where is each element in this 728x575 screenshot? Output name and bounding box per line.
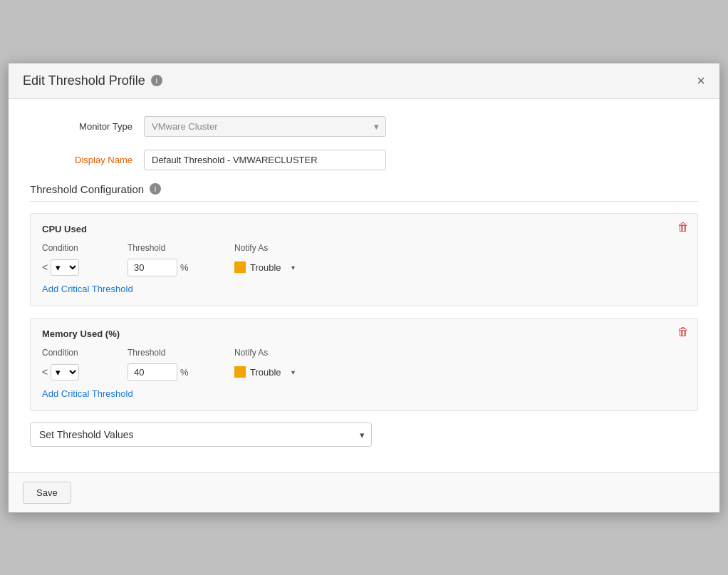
memory-notify-select-wrapper: Trouble ▾ <box>234 366 363 378</box>
memory-delete-button[interactable]: 🗑 <box>677 326 689 338</box>
cpu-notify-select-wrapper: Trouble ▾ <box>234 261 363 273</box>
cpu-condition-select[interactable]: ▾ <box>51 259 79 276</box>
memory-card-title: Memory Used (%) <box>42 328 686 339</box>
cpu-notify-select[interactable]: Trouble <box>250 262 291 273</box>
cpu-used-card: 🗑 CPU Used Condition Threshold Notify As… <box>30 213 698 306</box>
display-name-control <box>144 150 386 170</box>
monitor-type-select-wrapper: VMware Cluster ▾ <box>144 116 386 137</box>
save-button[interactable]: Save <box>23 482 71 504</box>
threshold-config-info-icon[interactable]: i <box>150 183 161 195</box>
memory-notify-select[interactable]: Trouble <box>250 367 291 378</box>
monitor-type-control: VMware Cluster ▾ <box>144 116 386 137</box>
cpu-notify-chevron-icon: ▾ <box>291 264 295 271</box>
dialog-footer: Save <box>9 472 719 512</box>
memory-delete-icon: 🗑 <box>677 326 689 338</box>
cpu-table-header: Condition Threshold Notify As <box>42 243 686 253</box>
cpu-notify-wrapper: Trouble ▾ <box>250 262 295 273</box>
cpu-threshold-input-wrapper: % <box>128 259 227 276</box>
threshold-config-section-title: Threshold Configuration i <box>30 183 698 195</box>
memory-add-critical-button[interactable]: Add Critical Threshold <box>42 388 133 399</box>
memory-notify-header: Notify As <box>234 348 363 358</box>
cpu-threshold-header: Threshold <box>128 243 227 253</box>
dialog-header: Edit Threshold Profile i × <box>9 63 719 99</box>
memory-unit: % <box>180 367 189 378</box>
monitor-type-select[interactable]: VMware Cluster <box>144 116 386 137</box>
cpu-delete-button[interactable]: 🗑 <box>677 221 689 234</box>
cpu-card-title: CPU Used <box>42 224 686 234</box>
display-name-label: Display Name <box>30 155 144 165</box>
memory-notify-wrapper: Trouble ▾ <box>250 367 295 378</box>
title-info-icon[interactable]: i <box>151 75 162 86</box>
memory-condition-select-wrapper: < ▾ <box>42 364 120 380</box>
edit-threshold-dialog: Edit Threshold Profile i × Monitor Type … <box>8 63 720 513</box>
memory-trouble-color-icon <box>234 366 246 378</box>
cpu-notify-header: Notify As <box>234 243 363 253</box>
dialog-title-text: Edit Threshold Profile <box>23 73 145 88</box>
monitor-type-label: Monitor Type <box>30 121 144 132</box>
monitor-type-row: Monitor Type VMware Cluster ▾ <box>30 116 698 137</box>
display-name-row: Display Name <box>30 150 698 170</box>
cpu-threshold-row: < ▾ % Trouble <box>42 259 686 276</box>
memory-threshold-row: < ▾ % Trouble <box>42 363 686 381</box>
cpu-condition-symbol: < <box>42 261 48 273</box>
cpu-threshold-input[interactable] <box>128 259 177 276</box>
memory-threshold-table: Condition Threshold Notify As < ▾ % <box>42 348 686 381</box>
cpu-trouble-color-icon <box>234 261 246 273</box>
memory-table-header: Condition Threshold Notify As <box>42 348 686 358</box>
cpu-delete-icon: 🗑 <box>677 221 689 233</box>
set-threshold-wrapper: Set Threshold Values ▾ <box>30 423 698 447</box>
threshold-config-title-text: Threshold Configuration <box>30 183 144 195</box>
cpu-condition-select-wrapper: < ▾ <box>42 259 120 276</box>
memory-condition-header: Condition <box>42 348 120 358</box>
memory-notify-chevron-icon: ▾ <box>291 368 295 376</box>
dialog-title: Edit Threshold Profile i <box>23 73 162 88</box>
set-threshold-select-wrapper: Set Threshold Values ▾ <box>30 423 372 447</box>
memory-threshold-input-wrapper: % <box>128 363 227 381</box>
dialog-body: Monitor Type VMware Cluster ▾ Display Na… <box>9 99 719 472</box>
memory-condition-symbol: < <box>42 366 48 378</box>
set-threshold-select[interactable]: Set Threshold Values <box>30 423 372 447</box>
memory-threshold-input[interactable] <box>128 363 177 381</box>
display-name-input[interactable] <box>144 150 386 170</box>
close-button[interactable]: × <box>697 73 705 88</box>
cpu-threshold-table: Condition Threshold Notify As < ▾ % <box>42 243 686 276</box>
memory-condition-select[interactable]: ▾ <box>51 364 79 380</box>
cpu-condition-header: Condition <box>42 243 120 253</box>
memory-used-card: 🗑 Memory Used (%) Condition Threshold No… <box>30 318 698 411</box>
cpu-add-critical-button[interactable]: Add Critical Threshold <box>42 284 133 294</box>
section-divider <box>30 201 698 202</box>
memory-threshold-header: Threshold <box>128 348 227 358</box>
cpu-unit: % <box>180 262 189 273</box>
